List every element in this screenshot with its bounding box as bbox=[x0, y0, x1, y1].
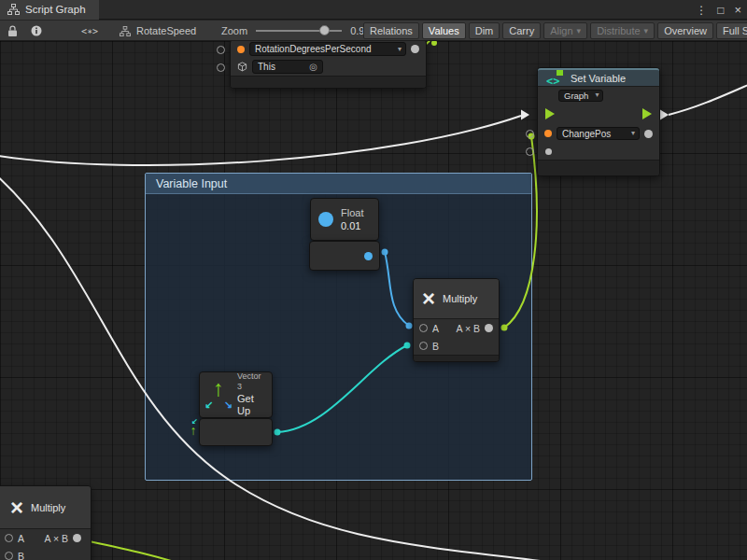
set-variable-name-port[interactable] bbox=[526, 130, 534, 138]
gameobject-cube-icon bbox=[237, 62, 247, 72]
flow-output-port[interactable] bbox=[642, 108, 652, 119]
port-result-label: A × B bbox=[45, 533, 68, 544]
info-button[interactable] bbox=[28, 22, 45, 39]
set-variable-output-port[interactable] bbox=[644, 130, 653, 138]
title-bar: Script Graph ⋮ □ × bbox=[0, 0, 747, 20]
float-port-block[interactable] bbox=[309, 241, 380, 271]
variable-select-value: RotationDegreesPerSecond bbox=[255, 44, 372, 54]
get-variable-target-port[interactable] bbox=[217, 63, 225, 72]
graph-breadcrumb[interactable]: RotateSpeed bbox=[120, 22, 196, 39]
flow-wire-right bbox=[669, 82, 747, 115]
info-icon bbox=[31, 25, 42, 36]
variable-scope-select[interactable]: Graph bbox=[558, 90, 603, 102]
menu-icon[interactable]: ⋮ bbox=[696, 5, 707, 16]
port-a-label: A bbox=[432, 323, 439, 334]
dim-button[interactable]: Dim bbox=[469, 22, 500, 39]
node-footer bbox=[538, 160, 659, 175]
multiply-icon: × bbox=[10, 497, 23, 519]
flow-arrow-out-of-set-variable bbox=[660, 110, 669, 120]
get-up-title: Get Up bbox=[237, 393, 265, 419]
node-footer bbox=[414, 355, 499, 361]
port-a-label: A bbox=[18, 533, 24, 544]
tab-script-graph[interactable]: Script Graph bbox=[0, 0, 99, 20]
lock-icon bbox=[7, 25, 18, 37]
group-title: Variable Input bbox=[156, 177, 227, 190]
get-up-port-block[interactable]: ↑ ↙ bbox=[199, 418, 273, 446]
flow-arrow-into-set-variable bbox=[521, 110, 529, 120]
lock-button[interactable] bbox=[5, 22, 21, 39]
get-variable-output-port[interactable] bbox=[411, 45, 419, 53]
distribute-button[interactable]: Distribute bbox=[590, 22, 655, 39]
close-icon[interactable]: × bbox=[734, 4, 741, 16]
align-button[interactable]: Align bbox=[543, 22, 587, 39]
multiply2-port-a[interactable] bbox=[5, 534, 13, 542]
window-controls: ⋮ □ × bbox=[696, 0, 741, 20]
group-header[interactable]: Variable Input bbox=[146, 174, 531, 194]
zoom-control: Zoom 0.9x bbox=[221, 22, 370, 39]
multiply2-result-port[interactable] bbox=[73, 534, 81, 542]
set-variable-icon: <> bbox=[546, 71, 563, 86]
multiply-port-b[interactable] bbox=[419, 342, 428, 350]
code-button[interactable]: <∗> bbox=[78, 22, 101, 39]
variable-kind-dot bbox=[544, 130, 552, 137]
code-icon: <∗> bbox=[81, 26, 98, 36]
toolbar-buttons: Relations Values Dim Carry Align Distrib… bbox=[363, 22, 747, 39]
set-variable-title: Set Variable bbox=[571, 73, 626, 84]
node-footer bbox=[231, 76, 426, 88]
get-variable-name-port[interactable] bbox=[217, 46, 225, 54]
graph-name: RotateSpeed bbox=[136, 25, 196, 36]
multiply-port-a[interactable] bbox=[419, 324, 428, 332]
carry-button[interactable]: Carry bbox=[502, 22, 541, 39]
multiply-node[interactable]: × Multiply A A × B B bbox=[413, 278, 500, 362]
float-node[interactable]: Float 0.01 bbox=[310, 198, 379, 241]
port-b-label: B bbox=[18, 551, 24, 560]
wire-multiply2-output bbox=[80, 539, 198, 560]
vector3-type-label: Vector 3 bbox=[237, 371, 265, 393]
maximize-icon[interactable]: □ bbox=[717, 5, 724, 16]
zoom-label: Zoom bbox=[221, 25, 247, 36]
set-variable-value-port[interactable] bbox=[526, 147, 534, 156]
variable-select[interactable]: RotationDegreesPerSecond bbox=[249, 42, 406, 56]
multiply-title: Multiply bbox=[31, 502, 65, 513]
vector3-icon: ↑ ↙ ↘ bbox=[206, 379, 231, 411]
relations-button[interactable]: Relations bbox=[363, 22, 419, 39]
full-screen-button[interactable]: Full Screen bbox=[716, 22, 747, 39]
window-title: Script Graph bbox=[25, 4, 86, 15]
multiply-node-2[interactable]: × Multiply A A × B B bbox=[0, 485, 92, 560]
flow-wire-left bbox=[0, 116, 521, 165]
get-variable-node[interactable]: RotationDegreesPerSecond This ◎ bbox=[230, 41, 427, 89]
multiply-result-port[interactable] bbox=[485, 324, 493, 332]
script-graph-icon bbox=[7, 4, 20, 15]
object-picker-icon[interactable]: ◎ bbox=[309, 63, 317, 72]
float-value-input[interactable]: 0.01 bbox=[341, 219, 363, 232]
multiply-icon: × bbox=[422, 287, 435, 310]
get-up-node[interactable]: ↑ ↙ ↘ Vector 3 Get Up bbox=[199, 371, 273, 418]
zoom-slider-handle[interactable] bbox=[319, 25, 330, 35]
set-variable-node[interactable]: <> Set Variable Graph ChangePos bbox=[537, 67, 660, 176]
script-graph-window: Script Graph ⋮ □ × bbox=[0, 0, 747, 560]
flow-input-port[interactable] bbox=[545, 108, 555, 119]
target-self-value: This bbox=[258, 62, 275, 72]
values-button[interactable]: Values bbox=[422, 22, 466, 39]
multiply-title: Multiply bbox=[443, 293, 477, 304]
value-input-inner-port[interactable] bbox=[545, 148, 552, 155]
wire-endpoint-dot bbox=[431, 41, 437, 46]
variable-name-value: ChangePos bbox=[562, 129, 611, 139]
float-output-port[interactable] bbox=[364, 252, 373, 260]
float-icon bbox=[318, 212, 333, 227]
graph-asset-icon bbox=[120, 26, 131, 36]
variable-kind-dot bbox=[237, 46, 245, 53]
multiply2-port-b[interactable] bbox=[5, 552, 13, 560]
variable-scope-value: Graph bbox=[564, 91, 588, 101]
variable-name-select[interactable]: ChangePos bbox=[557, 127, 640, 140]
zoom-slider[interactable] bbox=[256, 22, 342, 39]
port-b-label: B bbox=[432, 341, 439, 352]
float-title: Float bbox=[341, 206, 363, 219]
port-result-label: A × B bbox=[457, 323, 480, 334]
graph-canvas[interactable]: Variable Input bbox=[0, 41, 747, 560]
target-self-field[interactable]: This ◎ bbox=[252, 60, 323, 74]
graph-toolbar: <∗> RotateSpeed Zoom 0.9x Relations Valu… bbox=[0, 21, 747, 41]
overview-button[interactable]: Overview bbox=[657, 22, 713, 39]
